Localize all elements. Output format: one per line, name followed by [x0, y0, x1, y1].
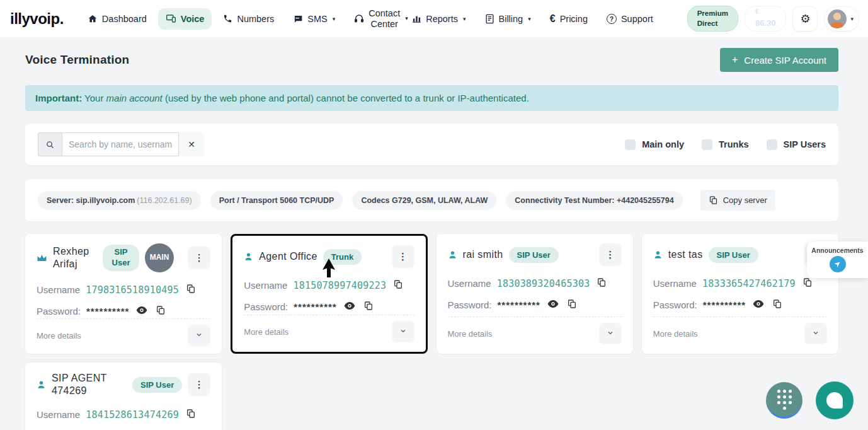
nav-dashboard[interactable]: Dashboard: [80, 8, 154, 30]
announcements-widget: Announcements ➤: [807, 241, 868, 278]
password-mask: **********: [703, 299, 746, 310]
copy-username-button[interactable]: [595, 276, 608, 291]
nav-reports[interactable]: Reports ▾: [404, 8, 473, 30]
more-details-link[interactable]: More details: [37, 331, 81, 340]
server-pill: Server: sip.illyvoip.com(116.202.61.69): [38, 191, 201, 210]
copy-username-button[interactable]: [392, 278, 404, 293]
more-details-link[interactable]: More details: [653, 329, 698, 339]
filter-trunks[interactable]: Trunks: [702, 139, 749, 150]
expand-card-button[interactable]: [599, 323, 622, 344]
nav-numbers[interactable]: Numbers: [215, 8, 282, 30]
card-menu-button[interactable]: ⋮: [392, 245, 414, 268]
chat-fab[interactable]: [816, 381, 854, 419]
copy-password-button[interactable]: [566, 298, 578, 312]
account-type-badge: SIP User: [103, 245, 139, 271]
username-value: 1798316518910495: [86, 284, 179, 296]
home-icon: [88, 14, 98, 24]
checkbox[interactable]: [625, 139, 636, 150]
server-info-panel: Server: sip.illyvoip.com(116.202.61.69) …: [25, 179, 838, 221]
card-menu-button[interactable]: ⋮: [188, 247, 210, 269]
nav-voice[interactable]: Voice: [158, 8, 212, 30]
show-password-button[interactable]: [135, 305, 149, 318]
billing-icon: [485, 14, 494, 24]
expand-card-button[interactable]: [392, 321, 414, 342]
plan-badge: Premium Direct: [687, 6, 738, 32]
copy-icon: [772, 299, 782, 311]
eye-icon: [753, 299, 764, 310]
chevron-down-icon: [812, 329, 819, 339]
header-right: Premium Direct € 86.30 ⚙ ▾: [687, 6, 859, 32]
person-icon: [448, 250, 457, 260]
test-number-pill: Connectivity Test Number: +442045255794: [506, 191, 682, 210]
checkbox[interactable]: [702, 139, 712, 150]
codecs-pill: Codecs G729, GSM, ULAW, ALAW: [352, 191, 496, 210]
copy-username-button[interactable]: [185, 282, 197, 297]
search-icon: [38, 132, 62, 156]
filter-sip-users[interactable]: SIP Users: [767, 139, 826, 150]
more-details-link[interactable]: More details: [244, 327, 288, 337]
chevron-down-icon: ▾: [528, 16, 531, 22]
settings-button[interactable]: ⚙: [792, 6, 818, 32]
chevron-down-icon: ▾: [333, 16, 336, 22]
checkbox[interactable]: [767, 139, 777, 150]
search-input[interactable]: [62, 132, 179, 156]
copy-username-button[interactable]: [801, 276, 814, 291]
account-type-badge: SIP User: [132, 377, 182, 393]
copy-icon: [567, 299, 577, 311]
username-value: 1815078997409223: [293, 280, 386, 291]
announcements-label: Announcements: [811, 247, 864, 254]
headset-icon: [354, 14, 364, 24]
show-password-button[interactable]: [343, 300, 357, 313]
sms-icon: [293, 15, 303, 23]
telegram-icon[interactable]: ➤: [830, 256, 846, 272]
filters: Main only Trunks SIP Users: [625, 139, 826, 150]
dialpad-fab[interactable]: [766, 382, 802, 419]
nav-support[interactable]: ? Support: [599, 8, 661, 30]
copy-password-button[interactable]: [771, 298, 784, 312]
expand-card-button[interactable]: [188, 325, 210, 346]
search-filter-panel: ✕ Main only Trunks SIP Users: [25, 124, 838, 165]
kebab-icon: ⋮: [195, 252, 204, 263]
user-menu-button[interactable]: ▾: [824, 6, 859, 32]
filter-main-only[interactable]: Main only: [625, 139, 684, 150]
account-name: test tas: [668, 248, 703, 261]
page-title: Voice Termination: [25, 53, 129, 67]
nav-billing[interactable]: Billing ▾: [477, 8, 539, 30]
password-mask: **********: [294, 301, 336, 312]
kebab-icon: ⋮: [398, 251, 408, 262]
help-icon: ?: [607, 14, 617, 24]
account-type-badge: SIP User: [709, 247, 758, 263]
more-details-link[interactable]: More details: [448, 329, 493, 339]
bar-chart-icon: [412, 14, 421, 23]
show-password-button[interactable]: [546, 298, 560, 311]
copy-username-button[interactable]: [185, 407, 197, 422]
eye-icon: [136, 306, 147, 317]
clear-search-button[interactable]: ✕: [179, 132, 204, 156]
balance-badge: € 86.30: [745, 6, 787, 32]
nav-contact-center[interactable]: Contact Center ▾: [346, 3, 401, 35]
sip-account-card: Rexhep Arifaj SIP User MAIN ⋮ Username 1…: [25, 234, 222, 354]
person-icon: [37, 380, 46, 390]
chevron-down-icon: [195, 331, 203, 340]
kebab-icon: ⋮: [195, 379, 204, 390]
main-nav: Dashboard Voice Numbers SMS ▾ Contact Ce…: [80, 3, 661, 35]
brand-logo[interactable]: illyvoip.: [10, 10, 64, 28]
create-sip-account-button[interactable]: + Create SIP Account: [720, 48, 838, 72]
copy-icon: [709, 195, 718, 205]
close-icon: ✕: [188, 139, 195, 149]
card-menu-button[interactable]: ⋮: [599, 243, 622, 266]
top-navbar: illyvoip. Dashboard Voice Numbers SMS ▾ …: [0, 0, 868, 38]
copy-password-button[interactable]: [362, 299, 375, 314]
copy-icon: [802, 277, 813, 289]
copy-password-button[interactable]: [154, 304, 167, 318]
copy-icon: [363, 301, 374, 313]
username-value: 1830389320465303: [497, 278, 590, 289]
chevron-down-icon: ▾: [850, 16, 854, 22]
nav-sms[interactable]: SMS ▾: [285, 8, 343, 30]
expand-card-button[interactable]: [804, 323, 827, 344]
eye-icon: [547, 299, 559, 310]
card-menu-button[interactable]: ⋮: [188, 373, 210, 396]
copy-server-button[interactable]: Copy server: [700, 190, 775, 211]
nav-pricing[interactable]: € Pricing: [542, 8, 595, 30]
show-password-button[interactable]: [751, 298, 765, 311]
